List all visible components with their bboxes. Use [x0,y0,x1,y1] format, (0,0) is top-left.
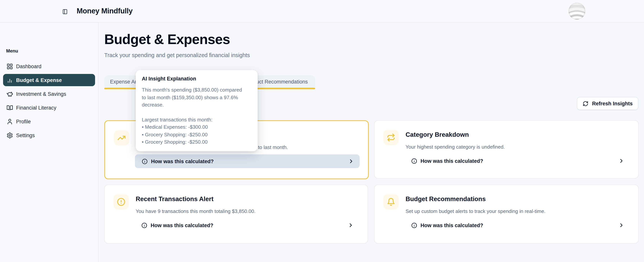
card-icon-badge [114,194,129,210]
info-icon [142,222,147,228]
card-icon-badge [114,130,129,146]
alert-circle-icon [117,198,125,206]
how-calculated-label: How was this calculated? [420,158,483,164]
book-open-icon [6,104,13,111]
chevron-right-icon [618,222,624,228]
bell-icon [387,198,395,206]
avatar[interactable] [568,3,585,19]
info-icon [142,158,148,164]
card-subtitle: You have 9 transactions this month total… [136,208,256,214]
user-icon [6,118,13,125]
card-title: Budget Recommendations [406,195,486,203]
sidebar-item-label: Budget & Expense [16,77,62,83]
sidebar-item-budget-expense[interactable]: Budget & Expense [3,74,95,86]
piggy-bank-icon [6,91,13,97]
card-title: Category Breakdown [406,131,469,138]
app-title: Money Mindfully [77,0,133,22]
refresh-button-label: Refresh Insights [592,101,633,106]
tooltip-body-largest-transactions: Largest transactions this month: • Medic… [142,116,252,146]
tooltip-title: AI Insight Explanation [142,76,252,82]
page-subtitle: Track your spending and get personalized… [104,52,250,58]
tooltip-body-comparison: This month's spending ($3,850.00) compar… [142,86,252,109]
chevron-right-icon [348,158,354,164]
sidebar-item-label: Dashboard [16,63,42,69]
app-header: Money Mindfully [0,0,644,22]
card-subtitle: Your highest spending category is undefi… [406,144,505,150]
card-subtitle-visible-fragment: to last month. [258,144,288,150]
sidebar-item-settings[interactable]: Settings [3,129,95,141]
card-title: Recent Transactions Alert [136,195,214,203]
dashboard-grid-icon [6,63,13,69]
sidebar-item-label: Profile [16,119,31,124]
insight-card-budget-recommendations: Budget Recommendations Set up custom bud… [374,185,639,244]
card-icon-badge [383,130,399,145]
sidebar-item-dashboard[interactable]: Dashboard [3,60,95,72]
sidebar-item-investment-savings[interactable]: Investment & Savings [3,88,95,100]
sidebar-item-label: Investment & Savings [16,91,66,97]
sidebar-toggle-button[interactable] [60,7,69,16]
sidebar-item-profile[interactable]: Profile [3,115,95,128]
bar-chart-icon [6,77,13,83]
sidebar-item-label: Financial Literacy [16,105,56,110]
card-subtitle: Set up custom budget alerts to track you… [406,208,546,214]
how-calculated-button[interactable]: How was this calculated? [134,218,359,232]
chevron-right-icon [348,222,354,228]
gear-icon [6,132,13,138]
how-calculated-label: How was this calculated? [151,222,213,228]
how-calculated-label: How was this calculated? [420,222,483,228]
sidebar-section-label: Menu [6,48,18,54]
trending-up-icon [117,134,126,142]
how-calculated-button[interactable]: How was this calculated? [404,218,630,232]
how-calculated-button[interactable]: How was this calculated? [404,154,630,168]
sidebar-item-financial-literacy[interactable]: Financial Literacy [3,101,95,114]
sidebar: Menu Dashboard Budget & Expense [0,22,98,262]
info-icon [411,158,417,164]
refresh-icon [582,101,588,106]
insight-card-recent-transactions: Recent Transactions Alert You have 9 tra… [104,185,368,244]
how-calculated-button[interactable]: How was this calculated? [135,154,360,168]
sidebar-item-label: Settings [16,132,35,138]
insight-card-category-breakdown: Category Breakdown Your highest spending… [374,120,639,179]
panel-left-icon [62,9,68,14]
refresh-insights-button[interactable]: Refresh Insights [577,97,638,110]
info-icon [411,222,417,228]
repeat-icon [387,133,395,142]
card-icon-badge [383,194,399,210]
ai-insight-tooltip: AI Insight Explanation This month's spen… [136,70,258,151]
chevron-right-icon [618,158,624,164]
page-title: Budget & Expenses [104,31,230,47]
app-root: Money Mindfully Menu Dashboard Budget & … [0,0,644,262]
how-calculated-label: How was this calculated? [151,158,214,164]
